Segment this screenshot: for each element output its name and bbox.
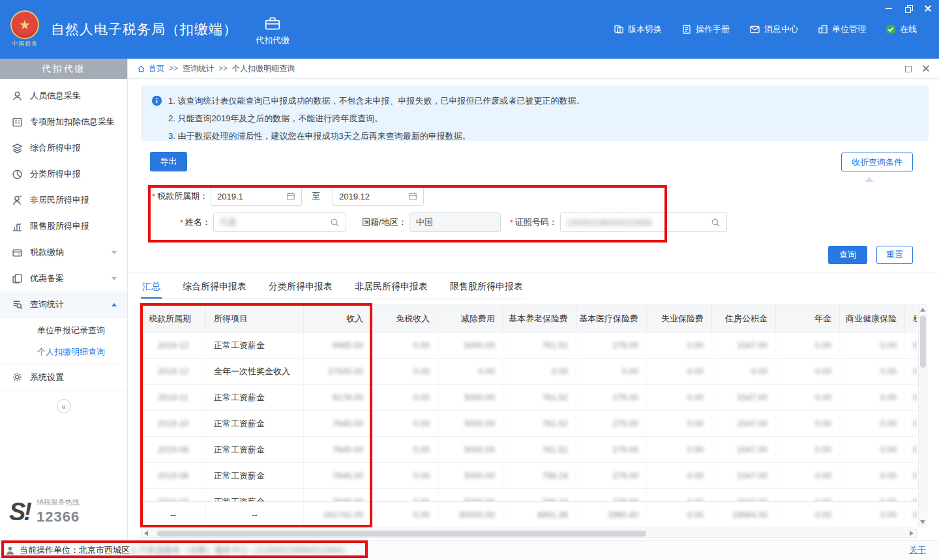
table-cell: 0.00 <box>372 332 438 358</box>
calendar-icon <box>286 192 295 201</box>
id-number-input[interactable]: 130502199304222859 <box>560 213 727 232</box>
org-management-link[interactable]: 单位管理 <box>818 23 866 35</box>
horizontal-scrollbar[interactable] <box>141 529 917 538</box>
sidebar-item-label: 分类所得申报 <box>30 168 81 180</box>
sidebar-item-tax-payment[interactable]: 税款缴纳 <box>0 239 127 265</box>
top-link-label: 单位管理 <box>832 23 866 35</box>
message-center-link[interactable]: 消息中心 <box>749 23 798 35</box>
table-cell: 761.52 <box>503 332 576 358</box>
table-row[interactable]: 2019-07正常工资薪金7645.000.005000.00798.24279… <box>141 489 917 501</box>
sidebar-item-preferential-filing[interactable]: 优惠备案 <box>0 265 127 291</box>
horizontal-scroll-thumb[interactable] <box>157 531 646 537</box>
table-cell: 0.00 <box>905 385 917 410</box>
table-cell: 正常工资薪金 <box>206 385 304 410</box>
tab-withholding-module[interactable]: 代扣代缴 <box>256 13 290 46</box>
sidebar-item-personnel-info[interactable]: 人员信息采集 <box>0 83 127 109</box>
search-icon <box>711 218 721 228</box>
version-switch-link[interactable]: 版本切换 <box>614 23 662 35</box>
table-row[interactable]: 2019-12正常工资薪金9985.000.005000.00761.52279… <box>141 332 917 359</box>
about-link[interactable]: 关于 <box>909 544 926 556</box>
breadcrumb-item[interactable]: 查询统计 <box>183 63 214 74</box>
table-cell: 761.52 <box>503 437 576 462</box>
table-cell: 0.00 <box>372 489 438 501</box>
export-button[interactable]: 导出 <box>150 152 187 171</box>
sidebar-collapse-button[interactable]: « <box>57 399 71 413</box>
column-header: 税款所属期 <box>141 305 206 332</box>
main-content: 1. 该查询统计表仅能查询已申报成功的数据，不包含未申报、申报失败，已申报但已作… <box>128 79 939 540</box>
horizontal-scroll-track[interactable] <box>151 529 907 537</box>
wallet-icon <box>12 247 23 258</box>
name-label: 姓名： <box>185 216 211 228</box>
panel-close-icon[interactable] <box>922 65 930 72</box>
table-row[interactable]: 2019-09正常工资薪金7645.000.005000.00761.52279… <box>141 437 917 463</box>
vertical-scroll-track[interactable] <box>919 314 927 518</box>
scroll-left-icon[interactable] <box>142 529 151 537</box>
collapse-query-button[interactable]: 收折查询条件 <box>841 153 913 171</box>
table-cell: 0.00 <box>372 359 438 384</box>
sidebar-item-restricted-shares[interactable]: 限售股所得申报 <box>0 213 127 239</box>
breadcrumb-separator: >> <box>169 64 178 73</box>
topbar: ★ 中国税务 自然人电子税务局（扣缴端） 代扣代缴 版本切换 操作手册 <box>0 0 939 59</box>
table-cell: 7645.00 <box>304 489 372 501</box>
table-cell: 279.00 <box>576 385 647 410</box>
reset-button[interactable]: 重置 <box>876 246 913 264</box>
online-status[interactable]: 在线 <box>886 23 917 35</box>
manual-link[interactable]: 操作手册 <box>681 23 730 35</box>
sidebar-item-classified-income[interactable]: 分类所得申报 <box>0 161 127 187</box>
table-cell: 0.00 <box>503 359 576 384</box>
table-cell: 0.00 <box>647 463 712 488</box>
nationality-input[interactable]: 中国 <box>410 213 501 232</box>
search-button[interactable]: 查询 <box>828 246 867 264</box>
app-window: ★ 中国税务 自然人电子税务局（扣缴端） 代扣代缴 版本切换 操作手册 <box>0 0 939 560</box>
scroll-up-icon[interactable] <box>919 305 927 314</box>
collapse-caret-icon <box>865 177 874 182</box>
tab-classified-income-return[interactable]: 分类所得申报表 <box>267 276 334 299</box>
scroll-down-icon[interactable] <box>919 518 927 527</box>
nationality-value: 中国 <box>416 216 433 228</box>
restore-icon[interactable] <box>904 4 913 13</box>
sidebar-subitem-personal-withholding-detail[interactable]: 个人扣缴明细查询 <box>0 341 127 362</box>
table-row[interactable]: 2019-10正常工资薪金7645.000.005000.00761.52279… <box>141 411 917 437</box>
building-icon <box>818 24 828 35</box>
sidebar-item-special-deduction[interactable]: 专项附加扣除信息采集 <box>0 109 127 135</box>
period-start-input[interactable]: 2019.1 <box>211 186 302 206</box>
column-header: 住房公积金 <box>712 305 776 332</box>
table-row[interactable]: 2019-12全年一次性奖金收入27500.000.000.000.000.00… <box>141 359 917 385</box>
breadcrumb-home[interactable]: 首页 <box>137 63 164 74</box>
vertical-scroll-thumb[interactable] <box>920 316 926 368</box>
scroll-right-icon[interactable] <box>907 529 916 537</box>
info-icon <box>151 95 162 106</box>
required-mark: * <box>510 218 513 228</box>
table-row[interactable]: 2019-11正常工资薪金9178.000.005000.00761.52279… <box>141 385 917 411</box>
search-icon <box>330 218 340 228</box>
table-cell: 0.00 <box>372 463 438 488</box>
table-cell: 7645.00 <box>304 411 372 436</box>
table-cell: 798.24 <box>503 489 576 501</box>
panel-restore-icon[interactable] <box>904 65 912 72</box>
sidebar-header: 代扣代缴 <box>0 59 127 79</box>
tab-summary[interactable]: 汇总 <box>141 276 162 299</box>
tab-nonresident-income-return[interactable]: 非居民所得申报表 <box>353 276 429 299</box>
chevron-up-icon <box>112 303 117 306</box>
sidebar-item-query-statistics[interactable]: 查询统计 <box>0 291 127 317</box>
name-input[interactable]: 马某 <box>213 213 346 232</box>
table-cell: 2019-08 <box>141 463 206 488</box>
sidebar-item-comprehensive-income[interactable]: 综合所得申报 <box>0 135 127 161</box>
table-cell: 0.00 <box>840 411 905 436</box>
table-row[interactable]: 2019-08正常工资薪金7645.000.005000.00798.24279… <box>141 463 917 489</box>
sidebar-item-label: 系统设置 <box>30 372 64 383</box>
vertical-scrollbar[interactable] <box>918 304 927 527</box>
tab-comprehensive-income-return[interactable]: 综合所得申报表 <box>181 276 248 299</box>
sidebar-item-nonresident-income[interactable]: 非居民所得申报 <box>0 187 127 213</box>
period-end-input[interactable]: 2019.12 <box>333 186 424 206</box>
minimize-icon[interactable] <box>884 4 893 13</box>
sidebar-subitem-label: 个人扣缴明细查询 <box>37 346 105 358</box>
copy-docs-icon <box>12 273 23 284</box>
close-icon[interactable] <box>923 4 932 13</box>
hotline-block: S! 纳税服务热线 12366 <box>0 497 127 525</box>
table-cell: 正常工资薪金 <box>206 411 304 436</box>
tab-restricted-shares-return[interactable]: 限售股所得申报表 <box>449 276 524 299</box>
sidebar-subitem-unit-declaration-records[interactable]: 单位申报记录查询 <box>0 319 127 341</box>
pie-chart-icon <box>12 169 23 180</box>
sidebar-item-system-settings[interactable]: 系统设置 <box>0 364 127 391</box>
